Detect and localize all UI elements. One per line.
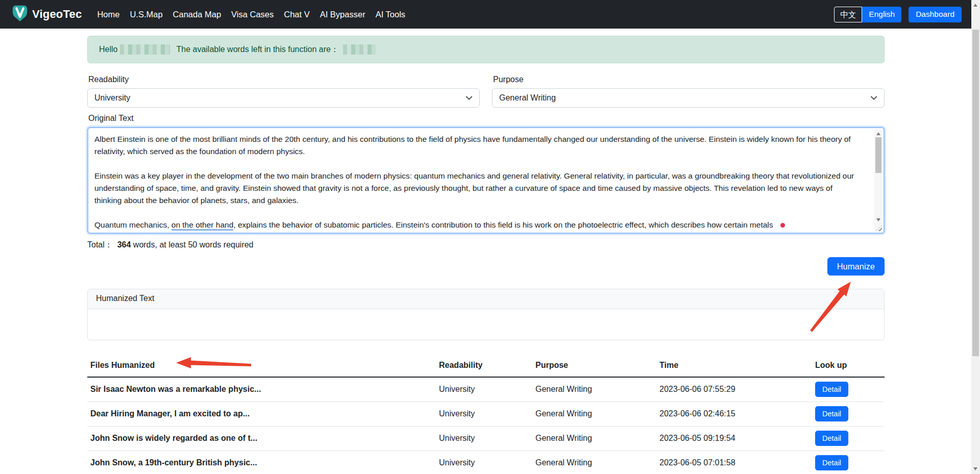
- nav-item-home[interactable]: Home: [92, 6, 125, 23]
- column-header-files-humanized: Files Humanized: [87, 358, 439, 377]
- language-toggle: 中文 English: [834, 7, 901, 22]
- file-title: Dear Hiring Manager, I am excited to ap.…: [87, 402, 439, 426]
- humanized-text-body: [88, 309, 884, 340]
- column-header-purpose: Purpose: [535, 358, 659, 377]
- chevron-down-icon: [870, 94, 877, 104]
- scroll-down-icon[interactable]: [876, 218, 880, 221]
- purpose-selected-value: General Writing: [499, 93, 556, 103]
- table-row: John Snow is widely regarded as one of t…: [87, 426, 885, 451]
- lang-chinese-button[interactable]: 中文: [834, 7, 862, 22]
- row-time: 2023-06-05 07:01:58: [659, 451, 815, 474]
- nav-item-visa-cases[interactable]: Visa Cases: [226, 6, 279, 23]
- scroll-up-icon[interactable]: [973, 4, 977, 7]
- row-purpose: General Writing: [535, 402, 659, 426]
- original-text-label: Original Text: [88, 114, 885, 123]
- words-left-alert: Hello The available words left in this f…: [87, 36, 885, 63]
- file-title: John Snow is widely regarded as one of t…: [87, 426, 439, 451]
- row-time: 2023-06-06 02:46:15: [659, 402, 815, 426]
- humanized-text-panel: Humanized Text: [87, 289, 885, 340]
- detail-button[interactable]: Detail: [815, 382, 848, 397]
- row-purpose: General Writing: [535, 451, 659, 474]
- page-scrollbar[interactable]: [971, 0, 980, 474]
- table-row: John Snow, a 19th-century British physic…: [87, 451, 885, 474]
- purpose-label: Purpose: [493, 75, 885, 84]
- word-count-line: Total： 364 words, at least 50 words requ…: [87, 240, 885, 251]
- textarea-scrollbar-thumb[interactable]: [875, 137, 881, 173]
- row-readability: University: [439, 426, 535, 451]
- nav-item-us-map[interactable]: U.S.Map: [125, 6, 167, 23]
- scroll-up-icon[interactable]: [876, 132, 880, 135]
- scroll-down-icon[interactable]: [973, 467, 977, 470]
- file-title: Sir Isaac Newton was a remarkable physic…: [87, 377, 439, 402]
- readability-selected-value: University: [94, 93, 130, 103]
- humanize-button[interactable]: Humanize: [827, 257, 885, 276]
- table-header-row: Files Humanized Readability Purpose Time…: [87, 358, 885, 377]
- nav-item-chat-v[interactable]: Chat V: [279, 6, 314, 23]
- paragraph-text: Quantum mechanics,: [94, 220, 172, 229]
- row-readability: University: [439, 451, 535, 474]
- readability-select[interactable]: University: [87, 88, 480, 108]
- nav-item-canada-map[interactable]: Canada Map: [168, 6, 226, 23]
- redacted-username: [120, 44, 170, 55]
- column-header-readability: Readability: [439, 358, 535, 377]
- readability-label: Readability: [88, 75, 480, 84]
- word-count-requirement: words, at least 50 words required: [131, 240, 253, 249]
- grammar-indicator-dot-icon[interactable]: [780, 223, 785, 228]
- total-label: Total：: [87, 240, 113, 249]
- chevron-down-icon: [465, 94, 473, 104]
- row-readability: University: [439, 377, 535, 402]
- row-readability: University: [439, 402, 535, 426]
- brand[interactable]: VigeoTec: [11, 4, 82, 24]
- row-time: 2023-06-05 09:19:54: [659, 426, 815, 451]
- alert-message: The available words left in this functio…: [176, 44, 338, 55]
- column-header-look-up: Look up: [815, 358, 885, 377]
- original-text-input[interactable]: Albert Einstein is one of the most brill…: [87, 127, 885, 234]
- textarea-scrollbar[interactable]: [874, 129, 883, 232]
- humanized-text-header: Humanized Text: [88, 289, 884, 309]
- row-purpose: General Writing: [535, 377, 659, 402]
- textarea-paragraph: Quantum mechanics, on the other hand, ex…: [94, 219, 857, 231]
- paragraph-text: , explains the behavior of subatomic par…: [233, 220, 773, 229]
- nav-item-ai-bypasser[interactable]: AI Bypasser: [315, 6, 371, 23]
- column-header-time: Time: [659, 358, 815, 377]
- nav-links: Home U.S.Map Canada Map Visa Cases Chat …: [92, 6, 410, 23]
- page-scrollbar-thumb[interactable]: [972, 30, 979, 356]
- nav-item-ai-tools[interactable]: AI Tools: [371, 6, 410, 23]
- alert-greeting: Hello: [99, 45, 117, 54]
- purpose-select[interactable]: General Writing: [492, 88, 885, 108]
- table-row: Sir Isaac Newton was a remarkable physic…: [87, 377, 885, 402]
- row-purpose: General Writing: [535, 426, 659, 451]
- logo-icon: [11, 4, 29, 24]
- textarea-paragraph: Einstein was a key player in the develop…: [94, 170, 857, 207]
- redacted-word-count: [343, 44, 376, 55]
- underlined-phrase: on the other hand: [172, 220, 234, 231]
- word-count-value: 364: [117, 240, 131, 249]
- detail-button[interactable]: Detail: [815, 406, 848, 421]
- textarea-paragraph: Albert Einstein is one of the most brill…: [94, 133, 857, 158]
- dashboard-button[interactable]: Dashboard: [909, 7, 962, 22]
- brand-name: VigeoTec: [32, 8, 82, 21]
- main-content: Hello The available words left in this f…: [87, 36, 885, 474]
- table-row: Dear Hiring Manager, I am excited to ap.…: [87, 402, 885, 426]
- detail-button[interactable]: Detail: [815, 455, 848, 470]
- lang-english-button[interactable]: English: [862, 7, 901, 22]
- navbar: VigeoTec Home U.S.Map Canada Map Visa Ca…: [0, 0, 980, 29]
- row-time: 2023-06-06 07:55:29: [659, 377, 815, 402]
- detail-button[interactable]: Detail: [815, 431, 848, 446]
- files-humanized-table: Files Humanized Readability Purpose Time…: [87, 358, 885, 474]
- file-title: John Snow, a 19th-century British physic…: [87, 451, 439, 474]
